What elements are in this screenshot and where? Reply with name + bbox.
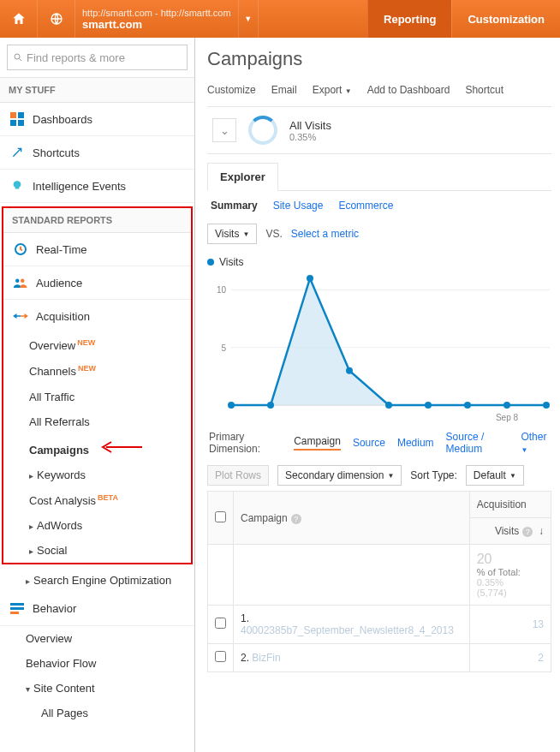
th-visits[interactable]: Visits? ↓	[469, 518, 551, 545]
caret-down-icon: ▼	[521, 446, 527, 454]
search-placeholder: Find reports & more	[27, 51, 125, 64]
highlight-arrow-icon	[101, 440, 144, 457]
nav-realtime[interactable]: Real-Time	[3, 233, 191, 266]
svg-point-17	[228, 402, 235, 409]
acq-campaigns[interactable]: Campaigns	[3, 434, 191, 463]
sorttype-select[interactable]: Default ▼	[466, 465, 524, 486]
line-chart[interactable]: 510Sep 8	[207, 272, 551, 426]
sort-desc-icon: ↓	[539, 525, 544, 537]
nav-shortcuts[interactable]: Shortcuts	[0, 136, 194, 170]
home-button[interactable]	[0, 0, 38, 38]
data-table: Campaign? Acquisition Visits? ↓ 20 % of …	[207, 491, 551, 672]
acq-keywords[interactable]: Keywords	[3, 463, 191, 487]
acq-seo[interactable]: Search Engine Optimization	[0, 568, 194, 593]
segment-expand[interactable]: ⌄	[212, 118, 236, 142]
legend-visits: Visits	[219, 256, 243, 268]
acq-alltraffic[interactable]: All Traffic	[3, 385, 191, 409]
btn-shortcut[interactable]: Shortcut	[465, 84, 503, 96]
select-all[interactable]	[215, 511, 226, 522]
svg-rect-3	[18, 112, 24, 118]
beh-overview[interactable]: Overview	[0, 626, 194, 651]
row-checkbox[interactable]	[215, 651, 226, 662]
caret-down-icon: ▼	[345, 87, 352, 95]
dim-label: Primary Dimension:	[209, 431, 282, 455]
cell-campaign[interactable]: 2. BizFin	[234, 644, 470, 672]
th-acquisition: Acquisition	[469, 492, 551, 518]
property-selector[interactable]: http://smartt.com - http://smartt.com sm…	[75, 0, 238, 38]
segment-info[interactable]: All Visits 0.35%	[289, 119, 331, 142]
svg-rect-9	[10, 603, 24, 606]
beh-allpages[interactable]: All Pages	[0, 701, 194, 725]
btn-email[interactable]: Email	[271, 84, 297, 96]
tab-customization[interactable]: Customization	[451, 0, 560, 38]
acq-allreferrals[interactable]: All Referrals	[3, 409, 191, 434]
help-icon: ?	[522, 527, 533, 537]
property-name: smartt.com	[82, 18, 231, 31]
acq-social[interactable]: Social	[3, 538, 191, 563]
svg-point-1	[15, 54, 20, 59]
svg-point-8	[21, 279, 25, 283]
legend-dot-icon	[207, 259, 214, 266]
subtab-ecommerce[interactable]: Ecommerce	[338, 200, 393, 212]
row-checkbox[interactable]	[215, 618, 226, 629]
report-toolbar: Customize Email Export ▼ Add to Dashboar…	[207, 84, 551, 96]
property-dropdown[interactable]: ▼	[238, 0, 259, 38]
btn-plot-rows: Plot Rows	[207, 465, 269, 486]
beh-sitecontent[interactable]: Site Content	[0, 676, 194, 701]
home-icon	[11, 11, 27, 27]
subtab-summary[interactable]: Summary	[211, 200, 258, 212]
tab-explorer[interactable]: Explorer	[207, 163, 278, 191]
subtab-siteusage[interactable]: Site Usage	[273, 200, 324, 212]
dim-source[interactable]: Source	[353, 437, 385, 449]
realtime-icon	[12, 242, 29, 257]
total-value: 20	[477, 552, 544, 567]
svg-text:5: 5	[221, 343, 226, 353]
th-checkbox	[208, 492, 234, 545]
acq-cost[interactable]: Cost AnalysisBETA	[3, 487, 191, 513]
nav-dashboards[interactable]: Dashboards	[0, 103, 194, 136]
acquisition-icon	[12, 308, 29, 324]
acq-adwords[interactable]: AdWords	[3, 513, 191, 538]
dim-medium[interactable]: Medium	[397, 437, 434, 449]
search-input[interactable]: Find reports & more	[7, 45, 188, 70]
btn-add-dashboard[interactable]: Add to Dashboard	[367, 84, 450, 96]
segment-percent: 0.35%	[289, 132, 331, 142]
audience-icon	[12, 275, 29, 290]
table-row: 1. 40002385b7_September_Newsletter8_4_20…	[208, 606, 551, 644]
acq-overview[interactable]: OverviewNEW	[3, 332, 191, 358]
sidebar: Find reports & more MY STUFF Dashboards …	[0, 38, 195, 752]
acq-channels[interactable]: ChannelsNEW	[3, 358, 191, 384]
total-row: 20 % of Total: 0.35% (5,774)	[208, 545, 551, 606]
tab-reporting[interactable]: Reporting	[367, 0, 451, 38]
dim-sourcemedium[interactable]: Source / Medium	[446, 431, 509, 455]
section-mystuff: MY STUFF	[0, 77, 194, 103]
dim-other[interactable]: Other ▼	[521, 431, 550, 455]
dim-campaign[interactable]: Campaign	[294, 435, 341, 451]
nav-behavior[interactable]: Behavior	[0, 593, 194, 626]
cell-campaign[interactable]: 1. 40002385b7_September_Newsletter8_4_20…	[234, 606, 470, 644]
nav-audience[interactable]: Audience	[3, 266, 191, 300]
secondary-dimension[interactable]: Secondary dimension ▼	[277, 465, 402, 486]
btn-export[interactable]: Export ▼	[313, 84, 352, 96]
section-standard: STANDARD REPORTS	[3, 208, 191, 233]
caret-down-icon: ▼	[509, 472, 516, 480]
svg-point-23	[464, 402, 471, 409]
segment-label: All Visits	[289, 119, 331, 132]
btn-customize[interactable]: Customize	[207, 84, 256, 96]
globe-button[interactable]	[38, 0, 75, 38]
svg-point-7	[15, 279, 20, 283]
metric-select-primary[interactable]: Visits ▼	[207, 224, 257, 244]
table-row: 2. BizFin 2	[208, 644, 551, 672]
main-content: Campaigns Customize Email Export ▼ Add t…	[195, 38, 560, 752]
nav-intelligence[interactable]: Intelligence Events	[0, 170, 194, 203]
shortcut-icon	[9, 145, 26, 160]
metric-select-secondary[interactable]: Select a metric	[291, 228, 359, 240]
caret-down-icon: ▼	[387, 472, 394, 480]
svg-point-24	[503, 402, 510, 409]
sorttype-label: Sort Type:	[410, 469, 456, 481]
highlight-box: STANDARD REPORTS Real-Time Audience Acqu…	[2, 206, 193, 564]
svg-rect-11	[10, 612, 19, 614]
nav-acquisition[interactable]: Acquisition	[3, 300, 191, 332]
th-campaign[interactable]: Campaign?	[234, 492, 470, 545]
beh-flow[interactable]: Behavior Flow	[0, 651, 194, 676]
